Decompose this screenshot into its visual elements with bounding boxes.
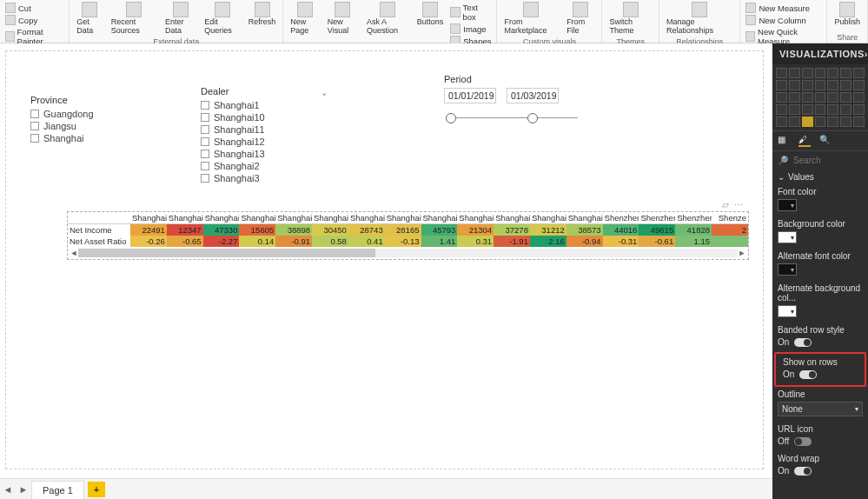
row-header[interactable]: Net Asset Ratio bbox=[68, 236, 130, 247]
visual-type-icon[interactable] bbox=[815, 104, 826, 115]
matrix-cell[interactable] bbox=[712, 236, 748, 247]
column-header[interactable]: Shenzhen10 bbox=[639, 212, 675, 224]
matrix-cell[interactable]: 38573 bbox=[567, 224, 603, 236]
column-header[interactable]: Shanghai5 bbox=[421, 212, 458, 224]
dealer-item[interactable]: Shanghai13 bbox=[201, 148, 331, 160]
matrix-cell[interactable]: 44016 bbox=[603, 224, 639, 236]
date-from-input[interactable]: 01/01/2019 bbox=[444, 88, 496, 103]
visual-type-icon[interactable] bbox=[776, 116, 787, 127]
visual-type-icon[interactable] bbox=[827, 92, 838, 103]
banded-toggle[interactable] bbox=[794, 338, 812, 347]
province-item[interactable]: Jiangsu bbox=[30, 120, 152, 132]
matrix-cell[interactable]: 30450 bbox=[312, 224, 348, 236]
tab-prev-button[interactable]: ◄ bbox=[0, 484, 16, 495]
matrix-cell[interactable]: -0.26 bbox=[130, 236, 167, 247]
alt-font-color-picker[interactable]: ▾ bbox=[778, 263, 797, 276]
province-item[interactable]: Shanghai bbox=[30, 132, 152, 144]
visual-type-icon[interactable] bbox=[802, 116, 813, 127]
visual-type-icon[interactable] bbox=[802, 104, 813, 115]
matrix-cell[interactable]: 21304 bbox=[457, 224, 494, 236]
visual-type-icon[interactable] bbox=[776, 92, 787, 103]
visual-type-icon[interactable] bbox=[802, 80, 813, 90]
matrix-cell[interactable]: 22491 bbox=[130, 224, 167, 236]
url-icon-toggle[interactable] bbox=[794, 437, 812, 446]
matrix-cell[interactable]: 38898 bbox=[275, 224, 312, 236]
collapse-pane-icon[interactable]: › bbox=[865, 49, 868, 59]
column-header[interactable]: Shenze bbox=[712, 212, 748, 224]
visual-type-icon[interactable] bbox=[840, 68, 851, 78]
visual-type-icon[interactable] bbox=[815, 116, 826, 127]
matrix-cell[interactable]: 31212 bbox=[530, 224, 567, 236]
show-on-rows-toggle[interactable] bbox=[799, 370, 817, 379]
tab-next-button[interactable]: ► bbox=[16, 484, 31, 495]
matrix-cell[interactable]: 12347 bbox=[167, 224, 203, 236]
matrix-visual[interactable]: ▱ ⋯ Shanghai1Shanghai10Shanghai11Shangha… bbox=[67, 211, 749, 260]
visual-type-icon[interactable] bbox=[789, 104, 800, 115]
visual-type-icon[interactable] bbox=[840, 92, 851, 103]
visual-type-icon[interactable] bbox=[840, 80, 851, 90]
column-header[interactable]: Shanghai13 bbox=[275, 212, 312, 224]
page-tab[interactable]: Page 1 bbox=[31, 481, 84, 499]
ask-question-button[interactable]: Ask A Question bbox=[363, 0, 412, 37]
scroll-right-icon[interactable]: ► bbox=[738, 249, 746, 257]
column-header[interactable]: Shanghai10 bbox=[167, 212, 203, 224]
visual-type-icon[interactable] bbox=[827, 68, 838, 78]
column-header[interactable]: Shanghai7 bbox=[494, 212, 530, 224]
visual-type-icon[interactable] bbox=[853, 80, 865, 90]
matrix-cell[interactable]: -0.94 bbox=[567, 236, 603, 247]
dealer-item[interactable]: Shanghai11 bbox=[201, 123, 331, 136]
column-header[interactable]: Shenzhen11 bbox=[675, 212, 712, 224]
dealer-item[interactable]: Shanghai10 bbox=[201, 111, 331, 123]
visual-type-icon[interactable] bbox=[827, 116, 838, 127]
province-slicer[interactable]: Province GuangdongJiangsuShanghai bbox=[30, 95, 152, 144]
matrix-cell[interactable]: 41828 bbox=[675, 224, 712, 236]
column-header[interactable]: Shanghai2 bbox=[312, 212, 348, 224]
matrix-cell[interactable]: -0.13 bbox=[385, 236, 421, 247]
textbox-button[interactable]: Text box bbox=[448, 2, 493, 23]
slider-handle-left[interactable] bbox=[446, 113, 456, 123]
refresh-button[interactable]: Refresh bbox=[245, 0, 280, 29]
add-page-button[interactable]: + bbox=[88, 482, 105, 497]
word-wrap-toggle[interactable] bbox=[794, 467, 812, 476]
recent-sources-button[interactable]: Recent Sources bbox=[108, 0, 160, 37]
switch-theme-button[interactable]: Switch Theme bbox=[606, 0, 654, 37]
column-header[interactable]: Shanghai3 bbox=[348, 212, 385, 224]
format-search[interactable]: 🔎 bbox=[772, 151, 868, 170]
dealer-slicer[interactable]: Dealer ⌄ Shanghai1Shanghai10Shanghai11Sh… bbox=[201, 86, 331, 184]
column-header[interactable]: Shanghai4 bbox=[385, 212, 421, 224]
visual-type-icon[interactable] bbox=[815, 80, 826, 90]
matrix-cell[interactable]: -0.91 bbox=[275, 236, 312, 247]
dealer-item[interactable]: Shanghai2 bbox=[201, 160, 331, 172]
fields-tab-icon[interactable]: ▦ bbox=[778, 135, 790, 147]
font-color-picker[interactable]: ▾ bbox=[778, 199, 797, 211]
matrix-cell[interactable]: 1.15 bbox=[675, 236, 712, 247]
visual-type-icon[interactable] bbox=[776, 104, 787, 115]
visual-type-icon[interactable] bbox=[815, 68, 826, 78]
chevron-down-icon[interactable]: ⌄ bbox=[321, 88, 328, 97]
edit-queries-button[interactable]: Edit Queries bbox=[201, 0, 243, 37]
row-header[interactable]: Net Income bbox=[68, 224, 130, 236]
visual-type-icon[interactable] bbox=[789, 116, 800, 127]
matrix-cell[interactable]: 0.41 bbox=[348, 236, 385, 247]
visual-type-icon[interactable] bbox=[827, 80, 838, 90]
focus-mode-icon[interactable]: ▱ bbox=[722, 200, 729, 210]
get-data-button[interactable]: Get Data bbox=[73, 0, 105, 37]
visual-type-icon[interactable] bbox=[840, 104, 851, 115]
matrix-cell[interactable]: -0.31 bbox=[603, 236, 639, 247]
manage-relationships-button[interactable]: Manage Relationships bbox=[663, 0, 737, 37]
column-header[interactable]: Shanghai6 bbox=[457, 212, 494, 224]
from-file-button[interactable]: From File bbox=[563, 0, 598, 37]
matrix-cell[interactable]: -0.61 bbox=[639, 236, 675, 247]
visual-type-icon[interactable] bbox=[840, 116, 851, 127]
dealer-item[interactable]: Shanghai12 bbox=[201, 136, 331, 148]
search-input[interactable] bbox=[792, 155, 868, 166]
column-header[interactable]: Shanghai9 bbox=[567, 212, 603, 224]
matrix-cell[interactable]: 45793 bbox=[421, 224, 458, 236]
visual-type-icon[interactable] bbox=[789, 68, 800, 78]
scroll-left-icon[interactable]: ◄ bbox=[70, 249, 78, 257]
more-options-icon[interactable]: ⋯ bbox=[734, 200, 743, 210]
analytics-tab-icon[interactable]: 🔍 bbox=[819, 135, 832, 147]
from-marketplace-button[interactable]: From Marketplace bbox=[500, 0, 561, 37]
column-header[interactable]: Shenzhen1 bbox=[603, 212, 639, 224]
bg-color-picker[interactable]: ▾ bbox=[778, 231, 797, 243]
